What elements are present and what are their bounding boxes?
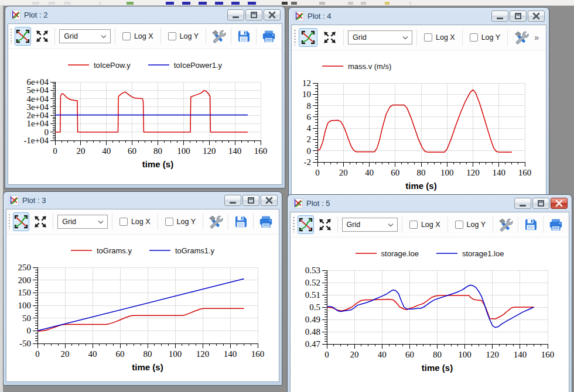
- toolbar-icon-fragment: [32, 2, 39, 5]
- svg-text:160: 160: [251, 349, 265, 359]
- grid-dropdown[interactable]: Grid: [59, 29, 111, 43]
- svg-text:60: 60: [116, 349, 125, 359]
- toolbar-grip[interactable]: [11, 29, 12, 44]
- svg-text:50: 50: [22, 314, 31, 323]
- save-button[interactable]: [233, 212, 249, 231]
- close-button[interactable]: [528, 11, 545, 22]
- log-y-checkbox[interactable]: Log Y: [162, 218, 199, 226]
- minimize-button[interactable]: [224, 195, 241, 206]
- fit-in-view-button[interactable]: [32, 212, 49, 231]
- window-titlebar[interactable]: Plot : 3: [6, 192, 279, 209]
- chart-plot-svg: 020406080100120140160-1e+0401e+042e+043e…: [13, 74, 277, 173]
- close-button[interactable]: [261, 195, 278, 206]
- svg-text:6: 6: [307, 112, 312, 122]
- legend-item[interactable]: storage1.loe: [436, 249, 504, 258]
- auto-scale-button[interactable]: [13, 212, 29, 231]
- maximize-button[interactable]: [510, 11, 527, 22]
- svg-text:80: 80: [153, 146, 162, 156]
- chart-canvas: 020406080100120140160-50050100150200250t…: [11, 259, 274, 379]
- grid-dropdown[interactable]: Grid: [57, 215, 108, 229]
- window-titlebar[interactable]: Plot : 4: [291, 8, 546, 25]
- svg-text:80: 80: [144, 349, 152, 359]
- chart-canvas: 020406080100120140160-2024681012time (s): [296, 75, 541, 196]
- setup-button[interactable]: [497, 215, 514, 234]
- legend-item[interactable]: toIcePower1.y: [148, 61, 222, 70]
- legend-item[interactable]: toGrams1.y: [149, 246, 214, 255]
- legend-label: toIcePow.y: [94, 61, 131, 70]
- auto-scale-button[interactable]: [299, 28, 317, 47]
- checkbox-box: [168, 32, 176, 40]
- close-button[interactable]: [551, 198, 568, 209]
- maximize-button[interactable]: [245, 9, 262, 20]
- toolbar-icon-fragment: [127, 2, 134, 5]
- maximize-button[interactable]: [242, 195, 259, 206]
- setup-button[interactable]: [210, 27, 227, 46]
- svg-text:40: 40: [88, 349, 97, 359]
- setup-button[interactable]: [207, 212, 224, 231]
- legend-item[interactable]: toIcePow.y: [68, 61, 131, 70]
- window-title: Plot : 2: [24, 11, 224, 19]
- minimize-button[interactable]: [227, 9, 244, 20]
- log-y-label: Log Y: [481, 33, 500, 42]
- toolbar-separator: [160, 28, 161, 44]
- plot-window-icon: [11, 10, 20, 20]
- svg-text:100: 100: [458, 350, 472, 359]
- log-x-checkbox[interactable]: Log X: [421, 33, 458, 42]
- toolbar-separator: [228, 214, 228, 230]
- toolbar-grip[interactable]: [294, 30, 296, 45]
- svg-text:140: 140: [493, 168, 506, 177]
- legend-item[interactable]: toGrams.y: [71, 246, 132, 255]
- svg-text:time (s): time (s): [422, 363, 453, 373]
- log-x-label: Log X: [131, 218, 151, 226]
- toolbar-separator: [402, 216, 402, 233]
- grid-dropdown[interactable]: Grid: [348, 30, 412, 44]
- chart-area: mass.v (m/s) 020406080100120140160-20246…: [292, 50, 546, 196]
- grid-dropdown[interactable]: Grid: [342, 218, 398, 232]
- legend-item[interactable]: storage.loe: [356, 249, 419, 258]
- close-button[interactable]: [264, 9, 281, 20]
- svg-text:time (s): time (s): [405, 181, 436, 191]
- checkbox-box: [119, 218, 128, 226]
- save-button[interactable]: [522, 215, 539, 234]
- fit-in-view-button[interactable]: [317, 215, 333, 234]
- auto-scale-button[interactable]: [298, 215, 314, 234]
- toolbar-grip[interactable]: [9, 214, 10, 229]
- log-x-checkbox[interactable]: Log X: [117, 218, 153, 226]
- toolbar-overflow-button[interactable]: »: [534, 33, 541, 42]
- svg-text:120: 120: [486, 350, 500, 359]
- log-y-checkbox[interactable]: Log Y: [452, 221, 488, 229]
- toolbar-grip[interactable]: [293, 217, 295, 232]
- chevron-down-icon: [402, 36, 408, 40]
- toolbar-icon-fragment: [215, 2, 223, 5]
- print-button[interactable]: [261, 27, 277, 46]
- maximize-button[interactable]: [532, 198, 549, 209]
- plot-window-2: Plot : 2 Grid Log X Log Y: [5, 6, 285, 188]
- print-button[interactable]: [548, 215, 564, 234]
- chart-canvas: 020406080100120140160-1e+0401e+042e+043e…: [13, 74, 277, 176]
- plot-window-3: Plot : 3 Grid Log X Log Y: [3, 191, 282, 386]
- svg-text:0: 0: [307, 146, 312, 156]
- window-titlebar[interactable]: Plot : 2: [8, 6, 282, 23]
- save-button[interactable]: [235, 27, 252, 46]
- svg-text:0.49: 0.49: [305, 315, 320, 324]
- setup-button[interactable]: [512, 28, 531, 47]
- svg-text:time (s): time (s): [142, 159, 173, 169]
- print-button[interactable]: [258, 212, 274, 231]
- checkbox-box: [165, 218, 173, 226]
- minimize-button[interactable]: [514, 198, 531, 209]
- log-y-checkbox[interactable]: Log Y: [467, 33, 503, 42]
- svg-text:0: 0: [35, 349, 40, 359]
- minimize-button[interactable]: [491, 11, 508, 22]
- log-y-checkbox[interactable]: Log Y: [165, 32, 201, 40]
- window-titlebar[interactable]: Plot : 5: [290, 195, 569, 212]
- log-x-checkbox[interactable]: Log X: [119, 32, 156, 40]
- plot-window-icon: [293, 198, 303, 208]
- window-body: Grid Log X Log Y storage.loestorage1.loe…: [290, 212, 569, 392]
- log-x-checkbox[interactable]: Log X: [406, 221, 443, 229]
- toolbar-separator: [112, 214, 112, 230]
- fit-in-view-button[interactable]: [320, 28, 339, 47]
- legend-item[interactable]: mass.v (m/s): [322, 62, 391, 71]
- auto-scale-button[interactable]: [15, 27, 31, 46]
- fit-in-view-button[interactable]: [34, 27, 50, 46]
- svg-text:-50: -50: [19, 339, 31, 348]
